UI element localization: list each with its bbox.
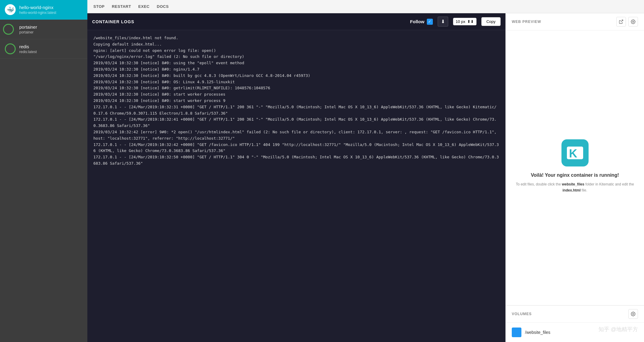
logs-title: CONTAINER LOGS [92, 19, 405, 24]
container-icon-portainer [5, 24, 16, 35]
toolbar: STOP RESTART EXEC DOCS [87, 0, 644, 13]
volumes-section: VOLUMES /website_files [506, 306, 644, 342]
website-files-link[interactable]: website_files [562, 182, 584, 186]
status-dot-portainer [3, 24, 14, 35]
web-preview-content: K Voilà! Your nginx container is running… [506, 30, 644, 299]
sidebar-item-portainer[interactable]: portainer portainer [0, 20, 87, 39]
preview-heading: Voilà! Your nginx container is running! [531, 173, 619, 178]
preview-desc-suffix: file. [581, 188, 587, 192]
container-tag-hello-world-nginx: hello-world-nginx:latest [19, 11, 56, 15]
content-area: CONTAINER LOGS Follow ✓ ⬇ 10 px ⬆⬇ Copy … [87, 13, 644, 342]
preview-description: To edit files, double click the website_… [515, 182, 635, 193]
volumes-header: VOLUMES [506, 306, 644, 323]
logs-header: CONTAINER LOGS Follow ✓ ⬇ 10 px ⬆⬇ Copy [87, 13, 505, 30]
sidebar-text-redis: redis redis:latest [19, 44, 37, 54]
settings-button-preview[interactable] [628, 17, 638, 27]
stop-button[interactable]: STOP [93, 3, 105, 10]
container-name-portainer: portainer [19, 24, 37, 30]
sidebar-text-hello-world-nginx: hello-world-nginx hello-world-nginx:late… [19, 5, 56, 15]
docker-icon: 🐳 [7, 6, 14, 13]
kitematic-logo: K [561, 139, 589, 166]
px-arrow-icon: ⬆⬇ [467, 19, 474, 24]
web-preview-header: WEB PREVIEW [506, 13, 644, 30]
volumes-content: /website_files [506, 323, 644, 342]
container-tag-redis: redis:latest [19, 50, 37, 54]
follow-button[interactable]: Follow ✓ [410, 19, 433, 25]
external-link-button[interactable] [616, 17, 626, 27]
follow-checkbox[interactable]: ✓ [427, 19, 433, 25]
exec-button[interactable]: EXEC [138, 3, 149, 10]
sidebar-item-hello-world-nginx[interactable]: 🐳 hello-world-nginx hello-world-nginx:la… [0, 0, 87, 20]
settings-button-volumes[interactable] [628, 309, 638, 319]
volumes-title: VOLUMES [512, 312, 626, 316]
right-panel: WEB PREVIEW [505, 13, 644, 342]
svg-point-5 [633, 313, 634, 315]
svg-text:K: K [569, 147, 577, 160]
container-icon-hello-world-nginx: 🐳 [5, 4, 16, 15]
status-dot-redis [5, 43, 16, 54]
docs-button[interactable]: DOCS [157, 3, 169, 10]
sidebar-item-redis[interactable]: redis redis:latest [0, 39, 87, 59]
copy-button[interactable]: Copy [481, 17, 501, 26]
logs-panel: CONTAINER LOGS Follow ✓ ⬇ 10 px ⬆⬇ Copy … [87, 13, 505, 342]
web-preview-section: WEB PREVIEW [506, 13, 644, 306]
sidebar: 🐳 hello-world-nginx hello-world-nginx:la… [0, 0, 87, 342]
index-html-link[interactable]: index.html [562, 188, 580, 192]
web-preview-title: WEB PREVIEW [512, 20, 614, 24]
container-name-hello-world-nginx: hello-world-nginx [19, 5, 56, 10]
container-name-redis: redis [19, 44, 37, 49]
container-tag-portainer: portainer [19, 30, 37, 34]
volume-icon [512, 328, 521, 337]
svg-point-1 [633, 21, 634, 22]
follow-label: Follow [410, 19, 424, 24]
logs-content: /website_files/index.html not found. Cop… [93, 35, 499, 167]
main-content: STOP RESTART EXEC DOCS CONTAINER LOGS Fo… [87, 0, 644, 342]
px-selector[interactable]: 10 px ⬆⬇ [453, 18, 477, 25]
download-button[interactable]: ⬇ [438, 17, 448, 27]
restart-button[interactable]: RESTART [112, 3, 131, 10]
volume-name: /website_files [525, 330, 550, 335]
logs-body[interactable]: /website_files/index.html not found. Cop… [87, 30, 505, 342]
px-value: 10 px [456, 19, 465, 24]
preview-desc-prefix: To edit files, double click the [516, 182, 562, 186]
preview-desc-middle: folder in Kitematic and edit the [584, 182, 634, 186]
sidebar-text-portainer: portainer portainer [19, 24, 37, 34]
kitematic-logo-svg: K [566, 144, 584, 162]
svg-line-0 [621, 20, 623, 22]
